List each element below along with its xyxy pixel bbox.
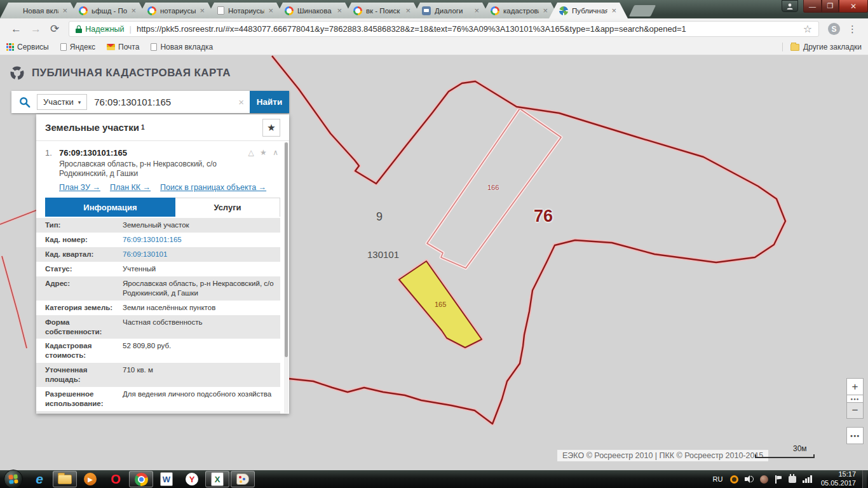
map-tools-button[interactable]: ●●● bbox=[846, 427, 864, 444]
tab-notaries[interactable]: Нотариусы × bbox=[206, 3, 285, 18]
row-label: Кад. номер: bbox=[36, 234, 120, 245]
media-player-icon: ▶ bbox=[84, 473, 97, 485]
minimize-button[interactable]: — bbox=[803, 0, 822, 13]
taskbar-chrome-active[interactable] bbox=[129, 471, 153, 487]
row-label: Кадастровая стоимость: bbox=[36, 341, 120, 361]
tab-close-icon[interactable]: × bbox=[131, 6, 136, 15]
taskbar-paint[interactable] bbox=[231, 471, 255, 487]
zoom-out-button[interactable]: − bbox=[846, 402, 864, 419]
close-button[interactable]: ✕ bbox=[839, 0, 868, 13]
taskbar-explorer[interactable] bbox=[53, 471, 77, 487]
tab-dialogs[interactable]: Диалоги × bbox=[412, 3, 491, 18]
window-controls: — ❐ ✕ bbox=[782, 0, 868, 14]
tab-search-2[interactable]: нотариусы × bbox=[137, 3, 216, 18]
reload-icon[interactable]: ⟳ bbox=[50, 22, 59, 36]
tab-close-icon[interactable]: × bbox=[337, 6, 342, 15]
bookmark-mail[interactable]: Почта bbox=[107, 43, 139, 51]
profile-button[interactable] bbox=[782, 0, 798, 12]
maximize-button[interactable]: ❐ bbox=[822, 0, 839, 13]
row-value-link[interactable]: 76:09:130101 bbox=[120, 249, 280, 260]
taskbar-yandex-browser[interactable]: Y bbox=[180, 471, 204, 487]
clock[interactable]: 15:17 05.05.2017 bbox=[821, 470, 856, 488]
clear-search-icon[interactable]: × bbox=[233, 97, 250, 107]
collapse-chevron-icon[interactable]: ∧ bbox=[273, 148, 280, 157]
tab-close-icon[interactable]: × bbox=[268, 6, 273, 15]
taskbar-word[interactable]: W bbox=[154, 471, 179, 487]
page-favicon-icon bbox=[217, 6, 224, 15]
row-label: Разрешенное использование: bbox=[36, 389, 120, 409]
taskbar-internet-explorer[interactable]: e bbox=[27, 471, 51, 487]
search-category-dropdown[interactable]: Участки ▾ bbox=[37, 94, 87, 110]
tray-app-brown-icon[interactable] bbox=[760, 475, 768, 484]
map-label-parcel-166: 166 bbox=[487, 184, 499, 191]
app-header: ПУБЛИЧНАЯ КАДАСТРОВАЯ КАРТА bbox=[10, 66, 231, 80]
taskbar-media-player[interactable]: ▶ bbox=[78, 471, 102, 487]
row-value-link[interactable]: 76:09:130101:165 bbox=[120, 234, 280, 245]
zoom-controls: + ●●● − ●●● bbox=[846, 378, 864, 444]
zoom-in-button[interactable]: + bbox=[846, 378, 864, 395]
taskbar-opera[interactable]: O bbox=[104, 471, 128, 487]
find-button[interactable]: Найти bbox=[250, 91, 289, 113]
tab-vk-search[interactable]: вк - Поиск в × bbox=[343, 3, 422, 18]
result-item[interactable]: 1. 76:09:130101:165 △ ★ ∧ Ярославская об… bbox=[36, 141, 289, 192]
bookmark-new-tab[interactable]: Новая вкладка bbox=[151, 43, 213, 51]
volume-icon[interactable] bbox=[745, 475, 754, 483]
tab-information[interactable]: Информация bbox=[45, 198, 175, 217]
start-button[interactable] bbox=[4, 470, 23, 488]
scale-label: 30м bbox=[793, 444, 807, 453]
tab-close-icon[interactable]: × bbox=[405, 6, 410, 15]
row-value: 710 кв. м bbox=[120, 365, 280, 385]
tab-close-icon[interactable]: × bbox=[62, 6, 67, 15]
result-links: План ЗУ → План КК → Поиск в границах объ… bbox=[59, 183, 280, 192]
tab-cadastre-search[interactable]: кадастровая × bbox=[480, 3, 559, 18]
new-tab-button[interactable] bbox=[629, 5, 656, 17]
bookmark-yandex[interactable]: Яндекс bbox=[60, 43, 95, 51]
map-viewport[interactable]: 9 130101 76 166 165 ПУБЛИЧНАЯ КАДАСТРОВА… bbox=[0, 55, 868, 470]
zoom-slider-dots[interactable]: ●●● bbox=[846, 395, 864, 402]
security-label[interactable]: Надежный bbox=[85, 25, 124, 34]
favorites-button[interactable]: ★ bbox=[262, 119, 280, 137]
forward-icon[interactable]: → bbox=[31, 23, 41, 36]
url-bar[interactable]: Надежный | https://pkk5.rosreestr.ru/#x=… bbox=[69, 21, 819, 37]
search-category-label: Участки bbox=[43, 97, 74, 107]
internet-explorer-icon: e bbox=[36, 471, 43, 487]
row-label: Уточненная площадь: bbox=[36, 365, 120, 385]
show-desktop-button[interactable] bbox=[862, 470, 867, 488]
power-plug-icon[interactable] bbox=[789, 476, 796, 483]
tab-close-icon[interactable]: × bbox=[611, 6, 616, 15]
star-icon[interactable]: ★ bbox=[260, 148, 269, 157]
map-label-region: 76 bbox=[534, 207, 553, 226]
tab-close-icon[interactable]: × bbox=[474, 6, 479, 15]
map-attribution: ЕЭКО © Росреестр 2010 | ПКК © Росреестр … bbox=[557, 450, 768, 461]
link-search-in-bounds[interactable]: Поиск в границах объекта → bbox=[160, 183, 266, 192]
warning-icon[interactable]: △ bbox=[248, 148, 256, 157]
bookmark-services[interactable]: Сервисы bbox=[6, 43, 49, 51]
tab-close-icon[interactable]: × bbox=[200, 6, 205, 15]
link-plan-zu[interactable]: План ЗУ → bbox=[59, 183, 100, 192]
tab-new-tab[interactable]: Новая вкладка × bbox=[0, 3, 79, 18]
tray-app-orange-icon[interactable] bbox=[730, 475, 738, 484]
pkk-favicon-icon bbox=[559, 6, 568, 15]
other-bookmarks-button[interactable]: Другие закладки bbox=[782, 43, 862, 51]
back-icon[interactable]: ← bbox=[11, 23, 22, 36]
tab-shinakova[interactable]: Шинакова К × bbox=[275, 3, 353, 18]
network-signal-icon[interactable] bbox=[803, 475, 812, 483]
tab-search-1[interactable]: ьфшд - Пои × bbox=[69, 3, 147, 18]
tab-services[interactable]: Услуги bbox=[175, 198, 280, 217]
link-plan-kk[interactable]: План КК → bbox=[110, 183, 151, 192]
tab-close-icon[interactable]: × bbox=[543, 6, 548, 15]
bookmark-star-icon[interactable]: ☆ bbox=[803, 23, 812, 35]
skype-extension-icon[interactable]: S bbox=[828, 23, 840, 35]
url-text[interactable]: https://pkk5.rosreestr.ru/#x=4483077.666… bbox=[137, 24, 799, 34]
browser-menu-icon[interactable]: ⋮ bbox=[848, 24, 858, 35]
search-icon[interactable] bbox=[19, 97, 31, 108]
language-indicator[interactable]: RU bbox=[713, 475, 723, 483]
taskbar-excel[interactable]: X bbox=[205, 471, 229, 487]
panel-scrollbar[interactable] bbox=[284, 142, 288, 413]
tab-public-cadastral-map-active[interactable]: Публичная × bbox=[549, 3, 628, 18]
action-center-flag-icon[interactable] bbox=[775, 475, 782, 484]
search-input[interactable]: 76:09:130101:165 bbox=[87, 97, 233, 107]
scrollbar-thumb[interactable] bbox=[285, 142, 288, 357]
result-index: 1. bbox=[45, 148, 59, 158]
yandex-icon: Y bbox=[186, 473, 198, 485]
